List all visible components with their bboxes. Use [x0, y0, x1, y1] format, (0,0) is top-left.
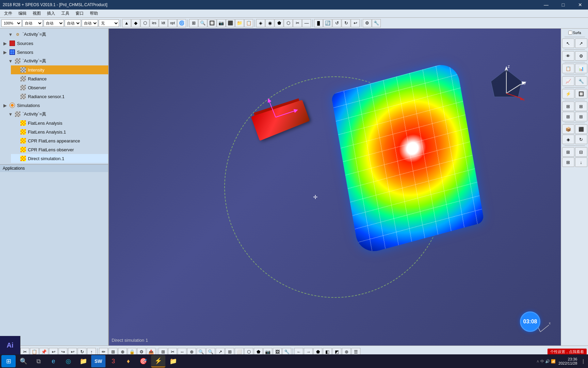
toolbar-btn-5[interactable]: ldt — [159, 19, 168, 27]
viewport[interactable]: z y x z x — [109, 29, 561, 346]
menu-file[interactable]: 文件 — [1, 10, 15, 17]
rtb-btn-grid7[interactable]: ⊞ — [562, 157, 574, 167]
tree-item-sensors[interactable]: ▶ Sensors — [0, 48, 108, 57]
rtb-btn-arrow-down[interactable]: ↓ — [575, 157, 587, 167]
toolbar-btn-9[interactable]: 🔍 — [198, 19, 207, 27]
toolbar-btn-7[interactable]: 🌀 — [177, 19, 186, 27]
rtb-btn-diamond[interactable]: ◈ — [562, 135, 574, 144]
rtb-btn-graph[interactable]: 📈 — [562, 76, 574, 86]
taskbar-edge2[interactable]: ◎ — [61, 355, 76, 367]
tree-item-cpr2[interactable]: CPR FlatLens observer — [11, 145, 108, 154]
toolbar-btn-2[interactable]: ◆ — [131, 19, 140, 27]
toolbar-btn-10[interactable]: 🔲 — [208, 19, 216, 27]
menu-tools[interactable]: 工具 — [59, 10, 72, 17]
taskbar-files[interactable]: 📁 — [166, 355, 180, 367]
rtb-btn-grid3[interactable]: ⊞ — [562, 112, 574, 121]
rtb-btn-grid4[interactable]: ⊞ — [575, 112, 587, 121]
rtb-btn-rotate[interactable]: ↻ — [575, 135, 587, 144]
toolbar-btn-18[interactable]: ⬡ — [284, 19, 293, 27]
toolbar-btn-17[interactable]: ⬟ — [275, 19, 283, 27]
menu-insert[interactable]: 插入 — [44, 10, 58, 17]
rtb-btn-cursor2[interactable]: ↗ — [575, 39, 587, 48]
rtb-btn-grid6[interactable]: ⊟ — [575, 147, 587, 157]
tree-label-intensity: Intensity — [28, 67, 44, 73]
toolbar-btn-11[interactable]: 📷 — [217, 19, 226, 27]
toolbar-btn-27[interactable]: 🔧 — [372, 19, 381, 27]
taskbar-fileexplorer[interactable]: 📁 — [76, 355, 91, 367]
taskbar-app3[interactable]: 3 — [106, 355, 120, 367]
taskbar-app-active[interactable]: ⚡ — [151, 355, 165, 367]
ai-badge[interactable]: Ai — [0, 336, 20, 354]
toolbar-btn-14[interactable]: 📋 — [244, 19, 253, 27]
tree-item-simulations[interactable]: ▶ Simulations — [0, 101, 108, 110]
tree-item-intensity[interactable]: Intensity — [11, 65, 108, 74]
rtb-btn-eye[interactable]: 👁 — [562, 51, 574, 61]
mode-select-4[interactable]: 自动 — [82, 19, 98, 27]
rtb-btn-pkg[interactable]: 📦 — [562, 124, 574, 134]
activity2-icon — [14, 58, 21, 64]
heatmap-surface — [331, 61, 485, 256]
tree-item-activity2[interactable]: ▼ `Activity`=真 — [5, 57, 108, 65]
tree-item-radiance-sensor[interactable]: Radiance sensor.1 — [11, 92, 108, 101]
toolbar-btn-13[interactable]: 📁 — [235, 19, 244, 27]
taskbar-taskview[interactable]: ⧉ — [31, 355, 46, 367]
toolbar-btn-23[interactable]: ↺ — [332, 19, 341, 27]
toolbar-btn-3[interactable]: ⬡ — [141, 19, 149, 27]
mode-select-5[interactable]: 无 — [99, 19, 119, 27]
rtb-btn-blk[interactable]: ⬛ — [575, 124, 587, 134]
tree-item-flatlens1[interactable]: FlatLens Analysis — [11, 119, 108, 127]
show-desktop[interactable]: | — [583, 358, 584, 364]
rtb-btn-doc[interactable]: 📋 — [562, 64, 574, 73]
toolbar-btn-4[interactable]: ies — [150, 19, 159, 27]
rtb-btn-gear[interactable]: ⚙ — [575, 51, 587, 61]
tree-item-flatlens2[interactable]: FlatLens Analysis.1 — [11, 127, 108, 136]
toolbar-btn-8[interactable]: ⊞ — [189, 19, 198, 27]
rtb-btn-grid2[interactable]: ⊞ — [575, 102, 587, 111]
mode-select-3[interactable]: 自动 — [65, 19, 81, 27]
toolbar-btn-24[interactable]: ↻ — [342, 19, 350, 27]
tree-item-direct-sim[interactable]: Direct simulation.1 — [11, 154, 108, 163]
taskbar-app5[interactable]: 🎯 — [136, 355, 150, 367]
taskbar-search[interactable]: 🔍 — [16, 355, 31, 367]
toolbar-btn-20[interactable]: — — [302, 19, 311, 27]
rtb-btn-grid5[interactable]: ⊞ — [562, 147, 574, 157]
tree-item-cpr1[interactable]: CPR FlatLens appearance — [11, 136, 108, 145]
toolbar-btn-21[interactable]: ▐▌ — [314, 19, 323, 27]
tree-item-activity3[interactable]: ▼ `Activity`=真 — [5, 110, 108, 119]
tree-item-radiance[interactable]: Radiance — [11, 74, 108, 83]
mode-select-1[interactable]: 自动 — [22, 19, 43, 27]
rtb-btn-chart[interactable]: 📊 — [575, 64, 587, 73]
mode-select-2[interactable]: 自动 — [44, 19, 64, 27]
rtb-btn-cursor[interactable]: ↖ — [562, 39, 574, 48]
menu-view[interactable]: 视图 — [30, 10, 44, 17]
menu-window[interactable]: 窗口 — [73, 10, 86, 17]
rtb-btn-grid1[interactable]: ⊞ — [562, 102, 574, 111]
toolbar-btn-15[interactable]: ◈ — [256, 19, 265, 27]
toolbar-btn-6[interactable]: opt — [168, 19, 177, 27]
menu-edit[interactable]: 编辑 — [16, 10, 29, 17]
minimize-button[interactable]: — — [538, 0, 554, 10]
toolbar-btn-22[interactable]: 🔄 — [323, 19, 332, 27]
surface-checkbox[interactable] — [568, 31, 572, 35]
taskbar-start[interactable]: ⊞ — [1, 355, 16, 367]
tree-item-sources[interactable]: ▶ Sources — [0, 39, 108, 48]
menu-help[interactable]: 帮助 — [87, 10, 101, 17]
taskbar-time[interactable]: 23:36 2022/11/28 — [558, 357, 580, 365]
tree-item-observer[interactable]: Observer — [11, 83, 108, 92]
close-button[interactable]: ✕ — [572, 0, 588, 10]
toolbar-btn-19[interactable]: ✂ — [293, 19, 302, 27]
toolbar-btn-16[interactable]: ◉ — [265, 19, 274, 27]
zoom-select[interactable]: 100% — [1, 19, 22, 27]
tree-item-activity-top[interactable]: ▼ ⚙ `Activity`=真 — [5, 30, 108, 39]
taskbar-sw[interactable]: SW — [91, 355, 105, 367]
rtb-btn-tool[interactable]: 🔧 — [575, 76, 587, 86]
rtb-btn-flash[interactable]: ⚡ — [562, 89, 574, 98]
toolbar-btn-1[interactable]: ▲ — [122, 19, 131, 27]
rtb-btn-box[interactable]: 🔲 — [575, 89, 587, 98]
taskbar-app4[interactable]: ♦ — [121, 355, 135, 367]
toolbar-btn-25[interactable]: ↩ — [351, 19, 360, 27]
toolbar-btn-26[interactable]: ⚙ — [363, 19, 372, 27]
taskbar-edge[interactable]: e — [46, 355, 61, 367]
maximize-button[interactable]: □ — [555, 0, 571, 10]
toolbar-btn-12[interactable]: ⬛ — [226, 19, 235, 27]
